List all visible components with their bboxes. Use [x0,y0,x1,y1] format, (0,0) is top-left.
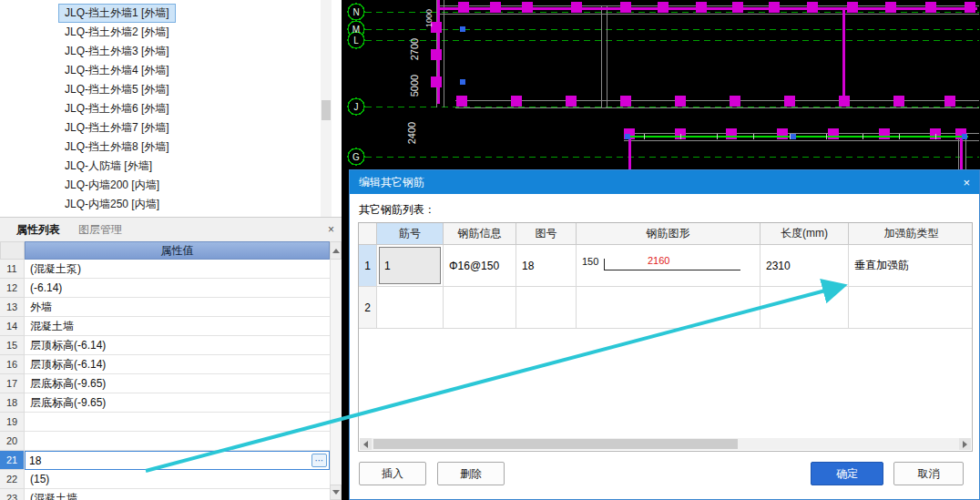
ellipsis-button[interactable]: ⋯ [311,454,327,467]
row-number[interactable]: 20 [0,432,25,451]
property-value-cell[interactable]: (-6.14) [25,279,330,298]
property-row-17: 17 层底标高(-9.65) [0,374,330,393]
row-selector[interactable]: 2 [359,287,377,329]
property-row-12: 12 (-6.14) [0,279,330,298]
row-number[interactable]: 22 [0,470,25,489]
cancel-button[interactable]: 取消 [893,462,964,485]
property-scrollbar[interactable] [330,260,342,486]
row-number[interactable]: 11 [0,260,25,279]
tree-item-wall-4[interactable]: JLQ-挡土外墙4 [外墙] [58,61,176,80]
col-header-bar-no[interactable]: 筋号 [377,223,444,245]
row-number[interactable]: 19 [0,413,25,432]
property-panel-close-icon[interactable]: × [328,223,334,236]
tree-item-wall-9[interactable]: JLQ-人防墙 [外墙] [58,157,158,176]
row-number[interactable]: 16 [0,355,25,374]
property-value-cell[interactable]: (混凝土泵) [25,260,330,279]
wall-list-panel: JLQ-挡土外墙1 [外墙] JLQ-挡土外墙2 [外墙] JLQ-挡土外墙3 … [0,0,342,217]
col-header-rebar-info[interactable]: 钢筋信息 [444,223,516,245]
property-rows: 11 (混凝土泵) 12 (-6.14) 13 外墙 14 混凝土墙 15 层顶… [0,260,330,500]
property-value-header: 属性值 [25,241,330,260]
property-row-14: 14 混凝土墙 [0,317,330,336]
row-number[interactable]: 15 [0,336,25,355]
property-value-cell[interactable]: 混凝土墙 [25,317,330,336]
bar-no-cell[interactable]: 1 [377,245,444,287]
rebar-row-1: 1 1 Φ16@150 18 150 2160 2310 垂直加强筋 [359,245,972,287]
tree-item-wall-8[interactable]: JLQ-挡土外墙8 [外墙] [58,138,176,157]
scroll-up-button[interactable] [330,241,342,260]
col-header-rebar-shape[interactable]: 钢筋图形 [577,223,761,245]
property-value-cell[interactable]: 层顶标高(-6.14) [25,355,330,374]
tree-item-wall-5[interactable]: JLQ-挡土外墙5 [外墙] [58,80,176,99]
bar-no-cell[interactable] [377,287,444,329]
rebar-info-cell[interactable]: Φ16@150 [444,245,516,287]
row-number-active[interactable]: 21 [0,451,25,470]
right-arrow-icon [963,441,967,448]
property-value-cell[interactable]: (15) [25,470,330,489]
figure-no-cell[interactable]: 18 [516,245,577,287]
dimension-5000: 5000 [409,75,420,97]
length-cell[interactable]: 2310 [761,245,849,287]
row-number[interactable]: 17 [0,374,25,393]
shape-horizontal-line [604,270,740,270]
tree-scrollbar[interactable] [321,0,332,217]
rebar-table-header-row: 筋号 钢筋信息 图号 钢筋图形 长度(mm) 加强筋类型 [359,223,972,245]
row-number[interactable]: 18 [0,393,25,413]
property-value-cell[interactable]: 层底标高(-9.65) [25,393,330,413]
axis-label-m: M [352,25,360,35]
figure-no-cell[interactable] [516,287,577,329]
property-value-cell[interactable] [25,432,330,451]
scroll-left-button[interactable] [360,438,372,450]
scroll-down-button[interactable] [330,485,342,500]
down-arrow-icon [332,490,340,495]
property-table-header: 属性值 [0,241,342,260]
property-value-input[interactable] [26,453,311,468]
axis-label-g: G [352,152,360,162]
length-cell[interactable] [761,287,849,329]
row-selector[interactable]: 1 [359,245,377,287]
horizontal-scrollbar[interactable] [360,438,971,450]
dialog-title-bar[interactable]: 编辑其它钢筋 × [350,170,979,194]
tree-scrollbar-thumb[interactable] [322,100,331,120]
tree-item-wall-1[interactable]: JLQ-挡土外墙1 [外墙] [58,4,176,23]
property-value-cell[interactable] [25,413,330,432]
tree-item-wall-7[interactable]: JLQ-挡土外墙7 [外墙] [58,118,176,138]
col-header-reinforcement-type[interactable]: 加强筋类型 [849,223,973,245]
bar-no-value[interactable]: 1 [379,247,441,284]
row-number[interactable]: 14 [0,317,25,336]
insert-button[interactable]: 插入 [359,462,426,485]
shape-tick-line [604,259,605,270]
row-selector-header[interactable] [359,223,377,245]
rebar-info-cell[interactable] [444,287,516,329]
scroll-right-button[interactable] [959,438,971,450]
tree-item-wall-2[interactable]: JLQ-挡土外墙2 [外墙] [58,23,176,42]
reinforce-type-cell[interactable]: 垂直加强筋 [849,245,973,287]
up-arrow-icon [332,249,340,253]
col-header-figure-no[interactable]: 图号 [516,223,577,245]
delete-button[interactable]: 删除 [437,462,505,485]
tab-property-list[interactable]: 属性列表 [7,219,69,240]
dialog-title: 编辑其它钢筋 [359,175,424,190]
rebar-shape-cell[interactable] [577,287,761,329]
tree-item-wall-11[interactable]: JLQ-内墙250 [内墙] [58,195,166,214]
property-value-cell[interactable]: 外墙 [25,298,330,317]
rebar-shape-cell[interactable]: 150 2160 [577,245,761,287]
tab-layer-management[interactable]: 图层管理 [69,219,131,240]
row-number[interactable]: 12 [0,279,25,298]
dialog-close-icon[interactable]: × [963,176,970,189]
row-number[interactable]: 13 [0,298,25,317]
property-row-23: 23 (混凝土墙 [0,489,330,500]
row-number[interactable]: 23 [0,489,25,500]
col-header-length[interactable]: 长度(mm) [761,223,849,245]
shape-dim-left: 150 [582,256,598,267]
property-value-cell[interactable]: 层底标高(-9.65) [25,374,330,393]
tree-item-wall-3[interactable]: JLQ-挡土外墙3 [外墙] [58,42,176,61]
property-header-corner [0,241,25,260]
scrollbar-thumb[interactable] [373,439,738,449]
reinforce-type-cell[interactable] [849,287,973,329]
property-value-cell[interactable]: 层顶标高(-6.14) [25,336,330,355]
property-row-21: 21 ⋯ [0,451,330,470]
tree-item-wall-10[interactable]: JLQ-内墙200 [内墙] [58,176,166,195]
tree-item-wall-6[interactable]: JLQ-挡土外墙6 [外墙] [58,99,176,118]
ok-button[interactable]: 确定 [811,462,883,485]
property-value-cell[interactable]: (混凝土墙 [25,489,330,500]
